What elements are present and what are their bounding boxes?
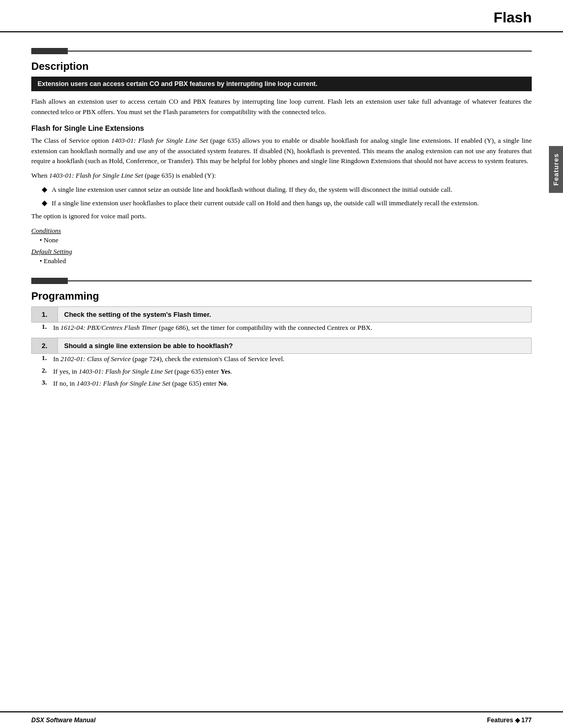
yes-bold: Yes [221,367,230,375]
bullet-2: ◆ If a single line extension user hookfl… [31,198,532,208]
no-bold: No [218,379,227,387]
step-inline-num-2-3: 3. [42,378,50,387]
main-content: Description Extension users can access c… [0,32,563,404]
step-inline-num-1-1: 1. [42,323,50,331]
ref-1403-d: 1403-01: Flash for Single Line Set [77,379,170,387]
step-row-2: 2. Should a single line extension be abl… [31,338,532,354]
ref-1403-b: 1403-01: Flash for Single Line Set [49,171,143,179]
step-detail-2-1: 1. In 2102-01: Class of Service (page 72… [42,354,532,364]
bullet-text-1: A single line extension user cannot seiz… [52,184,452,195]
step-title-2: Should a single line extension be able t… [64,342,525,350]
ref-1403: 1403-01: Flash for Single Line Set [111,137,208,144]
highlight-box: Extension users can access certain CO an… [31,77,532,91]
step-number-2: 2. [32,338,58,353]
step-title-1: Check the setting of the system's Flash … [64,311,525,318]
step-inline-num-2-1: 1. [42,354,50,362]
page: Flash Features Description Extension use… [0,0,563,728]
step-inline-num-2-2: 2. [42,366,50,375]
page-header: Flash [0,0,563,32]
step-inline-text-2-1: In 2102-01: Class of Service (page 724),… [53,354,285,364]
step-inline-text-2-3: If no, in 1403-01: Flash for Single Line… [53,378,228,389]
programming-bar-block [31,278,68,284]
description-header-group: Description [31,48,532,72]
conditions-item: • None [40,236,532,244]
step-detail-area-2: 1. In 2102-01: Class of Service (page 72… [31,354,532,389]
bullet-1: ◆ A single line extension user cannot se… [31,184,532,195]
programming-header-group: Programming [31,278,532,302]
subsection-title: Flash for Single Line Extensions [31,124,532,132]
bullet-diamond-1: ◆ [42,185,47,194]
ref-1612: 1612-04: PBX/Centrex Flash Timer [60,324,157,331]
step-number-1: 1. [32,307,58,322]
description-bar-line [68,51,532,52]
programming-section-bar [31,278,532,284]
default-label: Default Setting [31,248,532,256]
ref-2102: 2102-01: Class of Service [60,355,131,363]
ref-1403-c: 1403-01: Flash for Single Line Set [79,367,173,375]
step-detail-2-2: 2. If yes, in 1403-01: Flash for Single … [42,366,532,377]
default-item: • Enabled [40,257,532,265]
programming-bar-line [68,280,532,281]
description-body3: When 1403-01: Flash for Single Line Set … [31,170,532,181]
page-title: Flash [31,9,532,26]
step-detail-2-3: 3. If no, in 1403-01: Flash for Single L… [42,378,532,389]
bullet-diamond-2: ◆ [42,199,47,207]
description-title: Description [31,60,532,72]
description-body1: Flash allows an extension user to access… [31,96,532,117]
description-section-bar [31,48,532,54]
description-bar-block [31,48,68,54]
bullet-text-2: If a single line extension user hookflas… [52,198,479,208]
description-body4: The option is ignored for voice mail por… [31,211,532,221]
step-detail-1-1: 1. In 1612-04: PBX/Centrex Flash Timer (… [42,323,532,333]
step-row-1: 1. Check the setting of the system's Fla… [31,306,532,323]
conditions-label: Conditions [31,227,532,235]
step-detail-area-1: 1. In 1612-04: PBX/Centrex Flash Timer (… [31,323,532,333]
step-inline-text-2-2: If yes, in 1403-01: Flash for Single Lin… [53,366,232,377]
step-inline-text-1-1: In 1612-04: PBX/Centrex Flash Timer (pag… [53,323,372,333]
footer-right: Features ◆ 177 [487,717,532,724]
step-content-2: Should a single line extension be able t… [58,338,531,353]
page-footer: DSX Software Manual Features ◆ 177 [0,711,563,728]
description-body2: The Class of Service option 1403-01: Fla… [31,135,532,166]
step-content-1: Check the setting of the system's Flash … [58,307,531,322]
side-tab: Features [549,146,563,193]
footer-left: DSX Software Manual [31,717,95,724]
programming-title: Programming [31,290,532,302]
